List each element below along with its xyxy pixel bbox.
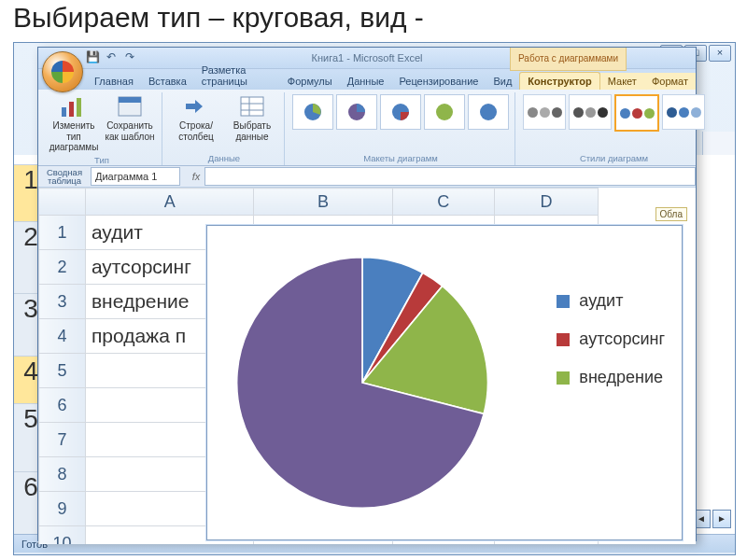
bar-chart-icon — [60, 94, 88, 119]
pie-svg — [232, 252, 493, 513]
legend-swatch-implementation — [557, 371, 570, 385]
row-7[interactable]: 7 — [39, 423, 86, 457]
template-icon — [116, 94, 144, 119]
slide-title: Выбираем тип – круговая, вид - — [0, 0, 747, 39]
tab-formulas[interactable]: Формулы — [280, 73, 340, 90]
tab-home[interactable]: Главная — [87, 73, 141, 90]
close-icon[interactable]: × — [709, 45, 731, 62]
svg-rect-0 — [62, 107, 66, 117]
col-C[interactable]: C — [392, 189, 494, 216]
formula-bar[interactable] — [204, 167, 696, 186]
save-as-template-button[interactable]: Сохранить как шаблон — [104, 94, 156, 153]
chart-area-tooltip: Обла — [655, 207, 687, 221]
group-layouts-label: Макеты диаграмм — [363, 153, 438, 163]
ribbon: Изменить тип диаграммы Сохранить как шаб… — [38, 90, 696, 166]
redo-icon[interactable]: ↷ — [122, 49, 137, 64]
col-D[interactable]: D — [494, 189, 598, 216]
layout-option-2[interactable] — [336, 94, 377, 130]
tab-review[interactable]: Рецензирование — [391, 73, 486, 90]
group-type-label: Тип — [94, 155, 109, 165]
layout-option-1[interactable] — [292, 94, 333, 130]
pie-layout-icon — [300, 101, 326, 123]
group-data-label: Данные — [208, 153, 240, 163]
app-title: Книга1 - Microsoft Excel — [312, 52, 423, 63]
chart-legend: аудит аутсорсинг внедрение — [557, 273, 665, 406]
excel-window: 💾 ↶ ↷ Книга1 - Microsoft Excel Работа с … — [37, 47, 697, 541]
pie-layout-icon — [388, 101, 414, 123]
col-A[interactable]: A — [85, 189, 254, 216]
select-all-corner[interactable] — [39, 189, 86, 216]
save-icon[interactable]: 💾 — [85, 49, 100, 64]
style-option-3-selected[interactable] — [614, 94, 659, 132]
chart-object[interactable]: Обла аудит аутсорсинг внедрение — [206, 225, 683, 540]
tab-data[interactable]: Данные — [340, 73, 392, 90]
row-9[interactable]: 9 — [39, 492, 86, 526]
undo-icon[interactable]: ↶ — [104, 49, 119, 64]
layout-option-3[interactable] — [380, 94, 421, 130]
group-data: Строка/столбец Выбрать данные Данные — [164, 92, 285, 165]
tab-view[interactable]: Вид — [486, 73, 519, 90]
row-8[interactable]: 8 — [39, 457, 86, 492]
tab-format[interactable]: Формат — [644, 73, 696, 90]
group-chart-layouts: Макеты диаграмм — [287, 92, 515, 165]
quick-access-toolbar: 💾 ↶ ↷ — [85, 49, 137, 64]
row-5[interactable]: 5 — [39, 354, 86, 388]
style-option-4[interactable] — [662, 94, 705, 130]
row-10[interactable]: 10 — [39, 526, 86, 545]
group-styles-label: Стили диаграмм — [580, 153, 648, 163]
row-1[interactable]: 1 — [39, 216, 86, 250]
select-data-button[interactable]: Выбрать данные — [226, 94, 278, 142]
stage: – □ × Ω 1 2 3 4 5 6 ◄ ► Готов 💾 ↶ ↷ — [13, 42, 734, 555]
legend-item-outsourcing[interactable]: аутсорсинг — [557, 329, 665, 349]
tab-layout[interactable]: Макет — [600, 73, 644, 90]
row-2[interactable]: 2 — [39, 250, 86, 285]
pie-layout-icon — [344, 101, 370, 123]
bg-scroll-buttons: ◄ ► — [692, 510, 731, 528]
change-chart-type-button[interactable]: Изменить тип диаграммы — [48, 94, 100, 153]
group-chart-styles: Стили диаграмм — [517, 92, 711, 165]
svg-point-12 — [436, 104, 453, 120]
pivot-table-label: Сводная таблица — [38, 168, 91, 186]
style-option-1[interactable] — [523, 94, 566, 130]
row-6[interactable]: 6 — [39, 388, 86, 423]
svg-rect-5 — [241, 97, 263, 116]
col-B[interactable]: B — [254, 189, 392, 216]
switch-icon — [182, 94, 210, 119]
legend-label-outsourcing: аутсорсинг — [579, 329, 665, 349]
row-4[interactable]: 4 — [39, 319, 86, 354]
office-button[interactable] — [42, 51, 83, 92]
scroll-right-icon[interactable]: ► — [712, 510, 731, 528]
svg-rect-4 — [119, 97, 141, 103]
grid-icon — [238, 94, 266, 119]
pie-layout-icon — [431, 101, 458, 123]
ribbon-tabs: Главная Вставка Разметка страницы Формул… — [38, 69, 696, 90]
svg-rect-1 — [69, 102, 74, 117]
legend-swatch-outsourcing — [557, 333, 570, 346]
spreadsheet-grid[interactable]: A B C D 1аудит8 2аутсорсинг 3внедрение 4… — [38, 188, 696, 544]
row-3[interactable]: 3 — [39, 285, 86, 319]
chart-tools-context-label: Работа с диаграммами — [510, 48, 627, 71]
tab-insert[interactable]: Вставка — [141, 73, 194, 90]
group-type: Изменить тип диаграммы Сохранить как шаб… — [42, 92, 162, 165]
layout-option-4[interactable] — [424, 94, 465, 130]
legend-item-audit[interactable]: аудит — [557, 291, 665, 311]
pie-chart — [232, 252, 493, 513]
tab-page-layout[interactable]: Разметка страницы — [194, 62, 280, 90]
style-option-2[interactable] — [569, 94, 612, 130]
formula-bar-row: Сводная таблица Диаграмма 1 fx — [38, 166, 696, 188]
legend-label-implementation: внедрение — [579, 368, 663, 387]
legend-swatch-audit — [557, 295, 570, 308]
tab-design[interactable]: Конструктор — [519, 72, 599, 90]
name-box[interactable]: Диаграмма 1 — [91, 167, 180, 186]
svg-point-13 — [480, 104, 497, 120]
svg-rect-2 — [77, 98, 81, 117]
legend-label-audit: аудит — [579, 291, 623, 311]
legend-item-implementation[interactable]: внедрение — [557, 368, 665, 387]
fx-icon[interactable]: fx — [188, 171, 204, 182]
switch-row-column-button[interactable]: Строка/столбец — [170, 94, 222, 142]
layout-option-5[interactable] — [468, 94, 509, 130]
pie-layout-icon — [475, 101, 501, 123]
